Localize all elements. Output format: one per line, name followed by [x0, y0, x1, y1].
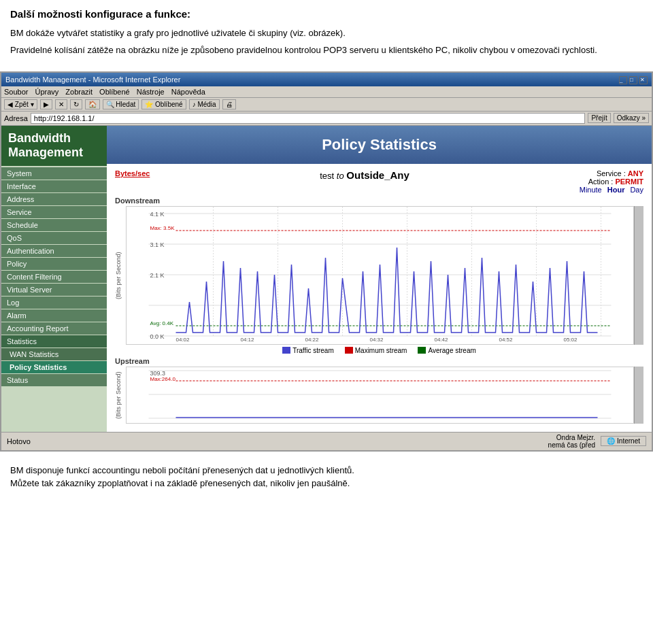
media-button[interactable]: ♪ Média [189, 99, 220, 109]
browser-content: Bandwidth Management System Interface Ad… [1, 126, 652, 432]
sidebar-item-accounting-report[interactable]: Accounting Report [1, 322, 107, 335]
sidebar-item-log[interactable]: Log [1, 296, 107, 309]
upstream-chart: Upstream (Bits per Second) 309.3 [115, 357, 643, 424]
y-axis-label: (Bits per Second) [115, 206, 126, 345]
hour-nav[interactable]: Hour [607, 186, 625, 194]
sidebar-item-qos[interactable]: QoS [1, 232, 107, 244]
menu-nastroje[interactable]: Nástroje [137, 88, 165, 96]
browser-toolbar: ◀ Zpět ▾ ▶ ✕ ↻ 🏠 🔍 Hledat ⭐ Oblíbené ♪ M… [1, 98, 652, 112]
menu-oblibene[interactable]: Oblíbené [99, 88, 130, 96]
day-nav[interactable]: Day [630, 186, 643, 194]
links-button[interactable]: Odkazy » [614, 113, 649, 123]
maximum-color [345, 347, 353, 354]
downstream-chart: Downstream (Bits per Second) [115, 197, 643, 354]
internet-label: Internet [617, 437, 640, 445]
close-button[interactable]: ✕ [639, 76, 648, 84]
browser-menubar: Soubor Úpravy Zobrazit Oblíbené Nástroje… [1, 86, 652, 98]
time-navigation: Minute Hour Day [580, 186, 643, 194]
stop-button[interactable]: ✕ [55, 99, 67, 109]
sidebar-item-service[interactable]: Service [1, 206, 107, 218]
footer-section: BM disponuje funkcí accountingu neboli p… [0, 458, 653, 496]
legend-average: Average stream [418, 347, 475, 354]
upstream-chart-wrapper: (Bits per Second) 309.3 [115, 367, 643, 424]
window-controls: _ □ ✕ [619, 75, 648, 84]
policy-text: test [320, 171, 334, 181]
home-button[interactable]: 🏠 [85, 99, 100, 109]
go-button[interactable]: Přejít [588, 113, 610, 123]
address-label: Adresa [4, 114, 28, 122]
user-info: Ondra Mejzr. nemá čas (před [548, 434, 595, 449]
sidebar-item-wan-statistics[interactable]: WAN Statistics [1, 348, 107, 360]
maximum-label: Maximum stream [355, 347, 407, 354]
action-row: Action : PERMIT [580, 177, 643, 186]
minute-nav[interactable]: Minute [580, 186, 602, 194]
svg-text:05:02: 05:02 [564, 337, 578, 343]
chart-legend: Traffic stream Maximum stream Average st… [115, 347, 643, 354]
sidebar: Bandwidth Management System Interface Ad… [1, 126, 107, 432]
svg-text:Avg: 0.4K: Avg: 0.4K [150, 320, 174, 326]
sidebar-item-statistics[interactable]: Statistics [1, 335, 107, 348]
favorites-button[interactable]: ⭐ Oblíbené [141, 99, 186, 109]
traffic-label: Traffic stream [292, 347, 334, 354]
refresh-button[interactable]: ↻ [70, 99, 82, 109]
status-right: Ondra Mejzr. nemá čas (před 🌐 Internet [548, 434, 646, 449]
sidebar-brand: Bandwidth Management [1, 126, 107, 166]
user-subtitle: nemá čas (před [548, 441, 595, 449]
sidebar-item-authentication[interactable]: Authentication [1, 245, 107, 257]
downstream-chart-wrapper: (Bits per Second) [115, 206, 643, 345]
chart-area: Bytes/sec test to Outside_Any Service : … [107, 164, 652, 432]
sidebar-item-alarm[interactable]: Alarm [1, 309, 107, 322]
service-info: Service : ANY Action : PERMIT Minute Hou… [580, 169, 643, 194]
menu-napoveda[interactable]: Nápověda [171, 88, 205, 96]
svg-text:Max: 3.5K: Max: 3.5K [150, 225, 175, 231]
forward-button[interactable]: ▶ [40, 99, 52, 109]
average-color [418, 347, 426, 354]
scrollbar[interactable] [634, 206, 643, 345]
bytes-label: Bytes/sec [115, 169, 150, 177]
sidebar-item-status[interactable]: Status [1, 374, 107, 386]
print-button[interactable]: 🖨 [222, 99, 236, 109]
downstream-label: Downstream [115, 197, 643, 205]
maximize-button[interactable]: □ [629, 76, 637, 84]
back-button[interactable]: ◀ Zpět ▾ [4, 99, 37, 109]
page-title: Policy Statistics [322, 136, 437, 153]
minimize-button[interactable]: _ [619, 76, 627, 84]
upstream-scrollbar[interactable] [634, 367, 643, 424]
intro-para1: BM dokáže vytvářet statistiky a grafy pr… [10, 27, 643, 40]
svg-text:4.1 K: 4.1 K [150, 211, 165, 218]
menu-zobrazit[interactable]: Zobrazit [65, 88, 93, 96]
policy-info: test to Outside_Any [320, 169, 409, 181]
chart-info-row: Bytes/sec test to Outside_Any Service : … [115, 169, 643, 194]
svg-text:04:12: 04:12 [241, 337, 255, 343]
sidebar-item-system[interactable]: System [1, 167, 107, 180]
menu-upravy[interactable]: Úpravy [35, 88, 58, 96]
status-bar: Hotovo Ondra Mejzr. nemá čas (před 🌐 Int… [1, 432, 652, 450]
svg-text:04:52: 04:52 [499, 337, 514, 343]
sidebar-item-schedule[interactable]: Schedule [1, 219, 107, 231]
downstream-chart-inner: 4.1 K 3.1 K 2.1 K 0.0 K Max: 3.5K Avg: 0… [126, 206, 634, 345]
internet-indicator: 🌐 Internet [601, 436, 646, 446]
address-input[interactable] [31, 113, 586, 124]
sidebar-nav: System Interface Address Service Schedul… [1, 167, 107, 386]
sidebar-item-virtual-server[interactable]: Virtual Server [1, 284, 107, 296]
browser-titlebar: Bandwidth Management - Microsoft Interne… [1, 73, 652, 86]
page-header: Policy Statistics [107, 126, 652, 164]
sidebar-item-policy-statistics[interactable]: Policy Statistics [1, 361, 107, 373]
svg-text:04:32: 04:32 [370, 337, 384, 343]
menu-soubor[interactable]: Soubor [4, 88, 28, 96]
browser-title: Bandwidth Management - Microsoft Interne… [5, 75, 180, 84]
upstream-chart-inner: 309.3 Max:264.0 [126, 367, 634, 424]
svg-text:04:02: 04:02 [176, 337, 190, 343]
sidebar-item-policy[interactable]: Policy [1, 258, 107, 270]
sidebar-item-interface[interactable]: Interface [1, 180, 107, 192]
footer-line1: BM disponuje funkcí accountingu neboli p… [10, 464, 643, 477]
sidebar-item-content-filtering[interactable]: Content Filtering [1, 271, 107, 283]
intro-section: Další možnosti konfigurace a funkce: BM … [0, 0, 653, 65]
search-button[interactable]: 🔍 Hledat [103, 99, 139, 109]
address-bar: Adresa Přejít Odkazy » [1, 112, 652, 126]
sidebar-item-address[interactable]: Address [1, 193, 107, 205]
upstream-y-axis-label: (Bits per Second) [115, 367, 126, 424]
footer-line2: Můžete tak zákazníky zpoplatňovat i na z… [10, 477, 643, 490]
downstream-svg: 4.1 K 3.1 K 2.1 K 0.0 K Max: 3.5K Avg: 0… [127, 207, 633, 343]
svg-text:0.0 K: 0.0 K [150, 333, 165, 340]
